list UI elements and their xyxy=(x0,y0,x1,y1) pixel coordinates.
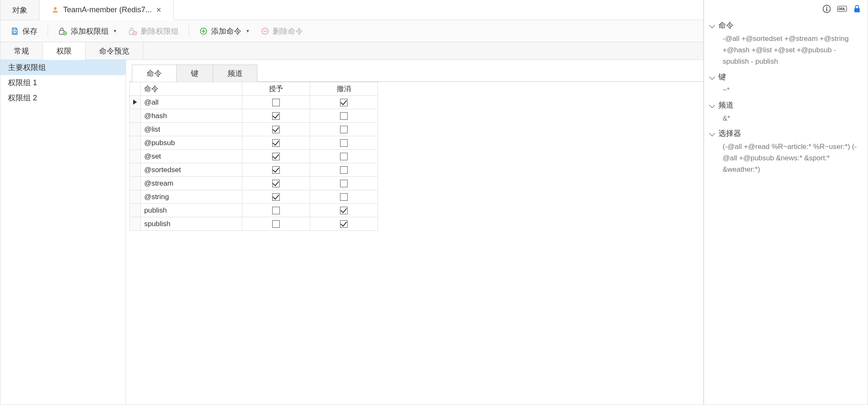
perm-group-item-1[interactable]: 权限组 1 xyxy=(0,75,126,90)
section-title: 命令 xyxy=(718,20,734,30)
checkbox[interactable] xyxy=(272,166,280,174)
checkbox[interactable] xyxy=(272,99,280,106)
section-header[interactable]: 键 xyxy=(710,70,862,84)
tab-label: TeamA-member (Redis7... xyxy=(63,5,152,14)
cmd-cell[interactable]: spublish xyxy=(141,217,242,231)
cmd-cell[interactable]: @sortedset xyxy=(141,163,242,177)
section-header[interactable]: 频道 xyxy=(710,98,862,112)
checkbox[interactable] xyxy=(272,139,280,147)
section-title: 键 xyxy=(718,72,726,82)
checkbox[interactable] xyxy=(340,193,348,201)
revoke-cell[interactable] xyxy=(310,123,378,136)
table-row[interactable]: @hash xyxy=(130,109,378,123)
table-row[interactable]: @list xyxy=(130,123,378,136)
col-header-revoke[interactable]: 撤消 xyxy=(310,82,378,96)
checkbox[interactable] xyxy=(340,126,348,133)
grant-cell[interactable] xyxy=(242,190,310,204)
section-title: 选择器 xyxy=(718,128,741,138)
grant-cell[interactable] xyxy=(242,177,310,190)
lock-icon[interactable] xyxy=(852,4,862,14)
tab-teama-member[interactable]: TeamA-member (Redis7... ✕ xyxy=(40,0,174,20)
checkbox[interactable] xyxy=(272,207,280,214)
center-tab-channels[interactable]: 频道 xyxy=(213,65,257,82)
add-cmd-button[interactable]: 添加命令 ▼ xyxy=(195,24,254,38)
table-row[interactable]: @pubsub xyxy=(130,136,378,150)
checkbox[interactable] xyxy=(340,220,348,228)
table-row[interactable]: @set xyxy=(130,150,378,163)
revoke-cell[interactable] xyxy=(310,177,378,190)
separator xyxy=(48,26,48,37)
chevron-down-icon xyxy=(709,22,715,28)
cmd-cell[interactable]: @pubsub xyxy=(141,136,242,150)
table-row[interactable]: @string xyxy=(130,190,378,204)
revoke-cell[interactable] xyxy=(310,96,378,109)
cmd-cell[interactable]: @all xyxy=(141,96,242,109)
revoke-cell[interactable] xyxy=(310,136,378,150)
grant-cell[interactable] xyxy=(242,204,310,217)
perm-group-item-main[interactable]: 主要权限组 xyxy=(0,60,126,75)
section-header[interactable]: 选择器 xyxy=(710,127,862,140)
section-title: 频道 xyxy=(718,100,734,110)
table-row[interactable]: spublish xyxy=(130,217,378,231)
cmd-cell[interactable]: @set xyxy=(141,150,242,163)
table-row[interactable]: @stream xyxy=(130,177,378,190)
checkbox[interactable] xyxy=(272,112,280,120)
cmd-cell[interactable]: @stream xyxy=(141,177,242,190)
chevron-down-icon xyxy=(709,130,715,136)
svg-rect-12 xyxy=(855,8,860,12)
close-icon[interactable]: ✕ xyxy=(156,6,161,14)
tab-objects[interactable]: 对象 xyxy=(0,0,40,20)
grant-cell[interactable] xyxy=(242,163,310,177)
tab-permissions[interactable]: 权限 xyxy=(43,42,86,60)
section-header[interactable]: 命令 xyxy=(710,19,862,32)
ddl-icon[interactable]: DDL xyxy=(837,4,847,14)
checkbox[interactable] xyxy=(340,180,348,187)
revoke-cell[interactable] xyxy=(310,217,378,231)
table-row[interactable]: publish xyxy=(130,204,378,217)
grant-cell[interactable] xyxy=(242,217,310,231)
grant-cell[interactable] xyxy=(242,96,310,109)
grant-cell[interactable] xyxy=(242,136,310,150)
checkbox[interactable] xyxy=(340,112,348,120)
col-header-grant[interactable]: 授予 xyxy=(242,82,310,96)
tab-cmd-preview[interactable]: 命令预览 xyxy=(86,42,143,59)
info-icon[interactable] xyxy=(822,4,831,14)
revoke-cell[interactable] xyxy=(310,109,378,123)
grant-cell[interactable] xyxy=(242,150,310,163)
center-tab-cmd[interactable]: 命令 xyxy=(132,65,177,82)
col-header-cmd[interactable]: 命令 xyxy=(141,82,242,96)
revoke-cell[interactable] xyxy=(310,150,378,163)
chevron-down-icon xyxy=(709,102,715,108)
checkbox[interactable] xyxy=(340,207,348,214)
perm-group-item-2[interactable]: 权限组 2 xyxy=(0,90,126,105)
cmd-cell[interactable]: @string xyxy=(141,190,242,204)
save-button[interactable]: 保存 xyxy=(6,24,42,38)
grant-cell[interactable] xyxy=(242,123,310,136)
section-body: ~* xyxy=(710,84,862,98)
table-row[interactable]: @sortedset xyxy=(130,163,378,177)
checkbox[interactable] xyxy=(340,166,348,174)
row-indicator xyxy=(130,217,141,231)
checkbox[interactable] xyxy=(340,99,348,106)
center-tab-keys[interactable]: 键 xyxy=(177,65,213,82)
grant-cell[interactable] xyxy=(242,109,310,123)
table-row[interactable]: @all xyxy=(130,96,378,109)
cmd-cell[interactable]: publish xyxy=(141,204,242,217)
checkbox[interactable] xyxy=(272,220,280,228)
revoke-cell[interactable] xyxy=(310,163,378,177)
dropdown-caret-icon[interactable]: ▼ xyxy=(113,29,117,33)
tab-general[interactable]: 常规 xyxy=(0,42,43,59)
dropdown-caret-icon[interactable]: ▼ xyxy=(246,29,250,33)
checkbox[interactable] xyxy=(272,193,280,201)
cmd-cell[interactable]: @hash xyxy=(141,109,242,123)
row-indicator xyxy=(130,96,141,109)
checkbox[interactable] xyxy=(272,180,280,187)
add-perm-group-button[interactable]: 添加权限组 ▼ xyxy=(54,24,121,38)
checkbox[interactable] xyxy=(340,153,348,160)
checkbox[interactable] xyxy=(340,139,348,147)
revoke-cell[interactable] xyxy=(310,204,378,217)
revoke-cell[interactable] xyxy=(310,190,378,204)
checkbox[interactable] xyxy=(272,153,280,160)
cmd-cell[interactable]: @list xyxy=(141,123,242,136)
checkbox[interactable] xyxy=(272,126,280,133)
